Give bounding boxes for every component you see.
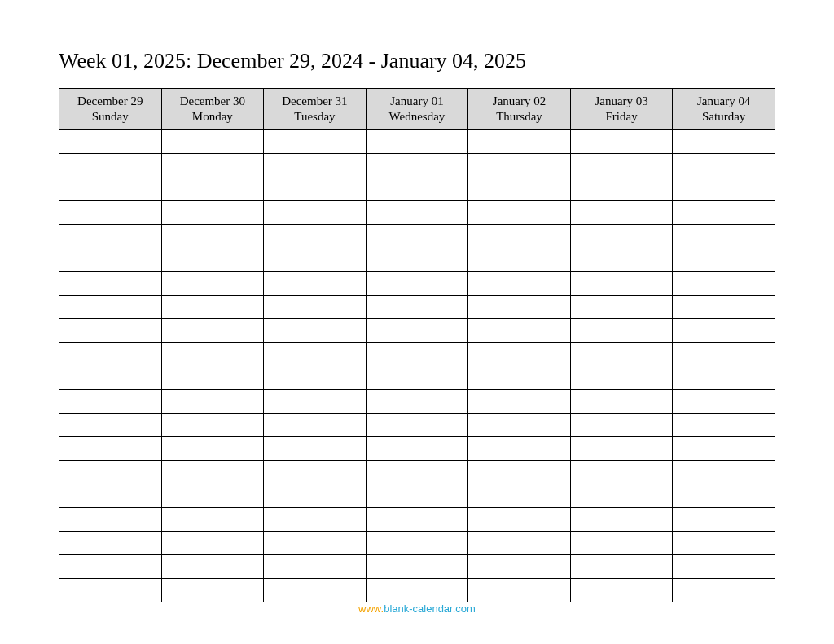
calendar-cell [161,129,264,153]
footer-prefix: www. [358,602,384,615]
calendar-cell [570,531,673,554]
calendar-cell [264,200,367,224]
calendar-cell [264,389,367,413]
calendar-cell [468,578,571,602]
calendar-cell [468,177,571,200]
calendar-cell [161,578,264,602]
calendar-cell [264,413,367,436]
calendar-cell [468,436,571,460]
calendar-cell [59,295,162,318]
page-title: Week 01, 2025: December 29, 2024 - Janua… [59,49,775,73]
calendar-cell [161,531,264,554]
calendar-cell [366,554,468,578]
calendar-cell [366,531,468,554]
calendar-cell [161,248,264,271]
calendar-cell [673,271,775,295]
day-header: January 03 Friday [570,89,673,130]
calendar-cell [264,554,367,578]
calendar-cell [366,200,468,224]
table-row [59,224,775,248]
table-row [59,507,775,531]
table-row [59,531,775,554]
table-row [59,153,775,177]
calendar-cell [468,129,571,153]
calendar-cell [59,484,162,507]
calendar-cell [570,295,673,318]
calendar-cell [673,366,775,389]
calendar-cell [161,200,264,224]
calendar-cell [570,578,673,602]
calendar-cell [366,460,468,484]
calendar-cell [570,248,673,271]
calendar-cell [366,342,468,366]
calendar-cell [161,554,264,578]
calendar-cell [468,248,571,271]
calendar-cell [59,342,162,366]
calendar-cell [673,507,775,531]
calendar-cell [161,271,264,295]
calendar-cell [673,342,775,366]
calendar-cell [366,224,468,248]
calendar-cell [59,153,162,177]
calendar-cell [468,153,571,177]
calendar-cell [264,436,367,460]
calendar-body [59,129,775,602]
calendar-cell [468,318,571,342]
calendar-cell [366,484,468,507]
calendar-cell [570,507,673,531]
footer-domain: blank-calendar.com [384,602,476,615]
calendar-cell [673,224,775,248]
calendar-cell [570,484,673,507]
calendar-cell [59,413,162,436]
calendar-cell [59,531,162,554]
calendar-cell [59,248,162,271]
table-row [59,436,775,460]
day-of-week: Thursday [472,109,567,125]
calendar-cell [673,318,775,342]
calendar-cell [161,460,264,484]
calendar-cell [161,342,264,366]
calendar-cell [59,177,162,200]
footer-link[interactable]: www.blank-calendar.com [0,602,834,615]
calendar-cell [366,366,468,389]
table-row [59,129,775,153]
calendar-cell [570,200,673,224]
calendar-cell [468,224,571,248]
table-row [59,318,775,342]
calendar-cell [59,129,162,153]
calendar-cell [570,389,673,413]
day-header: January 04 Saturday [673,89,775,130]
calendar-cell [570,271,673,295]
calendar-cell [366,177,468,200]
calendar-cell [673,153,775,177]
calendar-cell [468,200,571,224]
table-row [59,578,775,602]
calendar-cell [570,224,673,248]
day-header: December 29 Sunday [59,89,162,130]
calendar-cell [59,578,162,602]
calendar-cell [59,224,162,248]
table-row [59,248,775,271]
calendar-cell [570,436,673,460]
calendar-cell [673,413,775,436]
calendar-cell [468,366,571,389]
calendar-cell [161,295,264,318]
day-date: January 02 [472,94,567,109]
table-row [59,177,775,200]
calendar-cell [264,248,367,271]
calendar-cell [161,484,264,507]
table-row [59,460,775,484]
calendar-cell [366,507,468,531]
calendar-cell [264,531,367,554]
calendar-cell [366,578,468,602]
table-row [59,554,775,578]
day-date: January 04 [676,94,771,109]
calendar-cell [673,200,775,224]
calendar-cell [673,578,775,602]
calendar-cell [264,153,367,177]
day-of-week: Monday [165,109,261,125]
table-row [59,271,775,295]
calendar-cell [264,295,367,318]
day-of-week: Saturday [676,109,771,125]
table-row [59,342,775,366]
